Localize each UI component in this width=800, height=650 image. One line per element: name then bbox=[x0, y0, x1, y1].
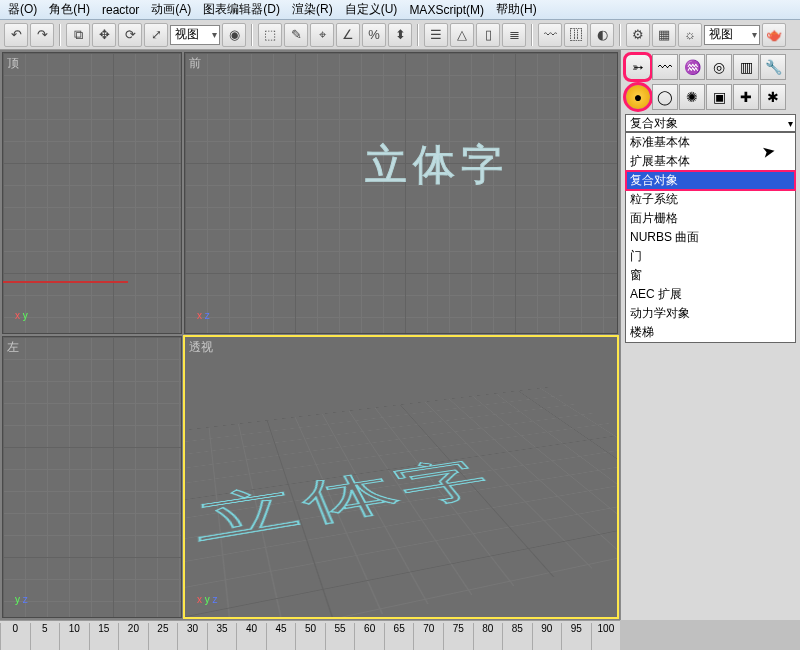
shapes-subtab[interactable]: ◯ bbox=[652, 84, 678, 110]
tick: 55 bbox=[325, 623, 355, 650]
tick: 35 bbox=[207, 623, 237, 650]
viewport-label: 前 bbox=[189, 55, 201, 72]
move-button[interactable]: ✥ bbox=[92, 23, 116, 47]
dropdown-item[interactable]: 动力学对象 bbox=[626, 304, 795, 323]
render-frame[interactable]: ▦ bbox=[652, 23, 676, 47]
curve-editor[interactable]: 〰 bbox=[538, 23, 562, 47]
scale-button[interactable]: ⤢ bbox=[144, 23, 168, 47]
command-panel: ➳ 〰 ♒ ◎ ▥ 🔧 ● ◯ ✺ ▣ ✚ ✱ 复合对象 标准基本体 扩展基本体… bbox=[620, 50, 800, 620]
schematic-view[interactable]: ⿲ bbox=[564, 23, 588, 47]
tick: 30 bbox=[177, 623, 207, 650]
display-tab[interactable]: ▥ bbox=[733, 54, 759, 80]
main-toolbar: ↶ ↷ ⧉ ✥ ⟳ ⤢ 视图 ◉ ⬚ ✎ ⌖ ∠ % ⬍ ☰ △ ▯ ≣ 〰 ⿲… bbox=[0, 20, 800, 50]
hierarchy-tab[interactable]: ♒ bbox=[679, 54, 705, 80]
geometry-subtab[interactable]: ● bbox=[625, 84, 651, 110]
scene-text-object: 立体字 bbox=[365, 137, 509, 193]
axis-guide-icon bbox=[3, 281, 128, 283]
systems-subtab[interactable]: ✱ bbox=[760, 84, 786, 110]
lasso-button[interactable]: ✎ bbox=[284, 23, 308, 47]
dropdown-item[interactable]: 门 bbox=[626, 247, 795, 266]
dropdown-item[interactable]: 楼梯 bbox=[626, 323, 795, 342]
category-dropdown-list[interactable]: 标准基本体 扩展基本体 复合对象 粒子系统 面片栅格 NURBS 曲面 门 窗 … bbox=[625, 132, 796, 343]
material-editor[interactable]: ◐ bbox=[590, 23, 614, 47]
perspective-wrap: 立体字 bbox=[185, 337, 617, 617]
viewport-perspective[interactable]: 立体字 透视 x y z bbox=[184, 336, 618, 618]
menu-bar: 器(O) 角色(H) reactor 动画(A) 图表编辑器(D) 渲染(R) … bbox=[0, 0, 800, 20]
redo-button[interactable]: ↷ bbox=[30, 23, 54, 47]
axis-gizmo-icon: y z bbox=[15, 594, 28, 605]
rotate-button[interactable]: ⟳ bbox=[118, 23, 142, 47]
menu-item[interactable]: 渲染(R) bbox=[286, 1, 339, 18]
create-tab[interactable]: ➳ bbox=[625, 54, 651, 80]
ref-coord-combo[interactable]: 视图 bbox=[170, 25, 220, 45]
tick: 95 bbox=[561, 623, 591, 650]
viewport-label: 左 bbox=[7, 339, 19, 356]
category-dropdown-wrap: 复合对象 标准基本体 扩展基本体 复合对象 粒子系统 面片栅格 NURBS 曲面… bbox=[625, 114, 796, 132]
menu-item[interactable]: 帮助(H) bbox=[490, 1, 543, 18]
tick: 45 bbox=[266, 623, 296, 650]
viewport-area: 顶 x y 前 立体字 x z 左 y z 立体字 透视 x y z bbox=[0, 50, 620, 620]
tick: 85 bbox=[502, 623, 532, 650]
axis-gizmo-icon: x z bbox=[197, 310, 210, 321]
command-panel-tabs: ➳ 〰 ♒ ◎ ▥ 🔧 bbox=[625, 54, 796, 80]
tick: 50 bbox=[295, 623, 325, 650]
dropdown-item[interactable]: 复合对象 bbox=[626, 171, 795, 190]
link-button[interactable]: ⧉ bbox=[66, 23, 90, 47]
tick: 0 bbox=[0, 623, 30, 650]
viewport-label: 顶 bbox=[7, 55, 19, 72]
spinner-snap[interactable]: ⬍ bbox=[388, 23, 412, 47]
menu-item[interactable]: 器(O) bbox=[2, 1, 43, 18]
named-sel[interactable]: ☰ bbox=[424, 23, 448, 47]
tick: 70 bbox=[413, 623, 443, 650]
dropdown-item[interactable]: AEC 扩展 bbox=[626, 285, 795, 304]
category-combo[interactable]: 复合对象 bbox=[625, 114, 796, 132]
modify-tab[interactable]: 〰 bbox=[652, 54, 678, 80]
tick: 75 bbox=[443, 623, 473, 650]
undo-button[interactable]: ↶ bbox=[4, 23, 28, 47]
dropdown-item[interactable]: 面片栅格 bbox=[626, 209, 795, 228]
render-view-combo[interactable]: 视图 bbox=[704, 25, 760, 45]
time-slider[interactable]: 0 5 10 15 20 25 30 35 40 45 50 55 60 65 … bbox=[0, 620, 620, 650]
layers-button[interactable]: ≣ bbox=[502, 23, 526, 47]
center-button[interactable]: ◉ bbox=[222, 23, 246, 47]
teapot-render-icon[interactable]: 🫖 bbox=[762, 23, 786, 47]
render-setup[interactable]: ⚙ bbox=[626, 23, 650, 47]
menu-item[interactable]: reactor bbox=[96, 3, 145, 17]
snap-toggle[interactable]: ⌖ bbox=[310, 23, 334, 47]
align-button[interactable]: ▯ bbox=[476, 23, 500, 47]
viewport-left[interactable]: 左 y z bbox=[2, 336, 182, 618]
axis-gizmo-icon: x y bbox=[15, 310, 28, 321]
tick: 60 bbox=[354, 623, 384, 650]
lights-subtab[interactable]: ✺ bbox=[679, 84, 705, 110]
menu-item[interactable]: MAXScript(M) bbox=[403, 3, 490, 17]
utilities-tab[interactable]: 🔧 bbox=[760, 54, 786, 80]
tick: 10 bbox=[59, 623, 89, 650]
tick: 15 bbox=[89, 623, 119, 650]
angle-snap[interactable]: ∠ bbox=[336, 23, 360, 47]
axis-gizmo-icon: x y z bbox=[197, 594, 218, 605]
viewport-front[interactable]: 前 立体字 x z bbox=[184, 52, 618, 334]
cameras-subtab[interactable]: ▣ bbox=[706, 84, 732, 110]
menu-item[interactable]: 自定义(U) bbox=[339, 1, 404, 18]
tick: 65 bbox=[384, 623, 414, 650]
dropdown-item[interactable]: 窗 bbox=[626, 266, 795, 285]
tick: 90 bbox=[532, 623, 562, 650]
menu-item[interactable]: 动画(A) bbox=[145, 1, 197, 18]
quick-render[interactable]: ☼ bbox=[678, 23, 702, 47]
motion-tab[interactable]: ◎ bbox=[706, 54, 732, 80]
dropdown-item[interactable]: NURBS 曲面 bbox=[626, 228, 795, 247]
percent-snap[interactable]: % bbox=[362, 23, 386, 47]
mirror-button[interactable]: △ bbox=[450, 23, 474, 47]
helpers-subtab[interactable]: ✚ bbox=[733, 84, 759, 110]
menu-item[interactable]: 图表编辑器(D) bbox=[197, 1, 286, 18]
dropdown-item[interactable]: 粒子系统 bbox=[626, 190, 795, 209]
viewport-label: 透视 bbox=[189, 339, 213, 356]
select-button[interactable]: ⬚ bbox=[258, 23, 282, 47]
viewport-top[interactable]: 顶 x y bbox=[2, 52, 182, 334]
create-subtabs: ● ◯ ✺ ▣ ✚ ✱ bbox=[625, 84, 796, 110]
menu-item[interactable]: 角色(H) bbox=[43, 1, 96, 18]
tick: 80 bbox=[473, 623, 503, 650]
tick: 25 bbox=[148, 623, 178, 650]
tick: 100 bbox=[591, 623, 620, 650]
tick: 5 bbox=[30, 623, 60, 650]
